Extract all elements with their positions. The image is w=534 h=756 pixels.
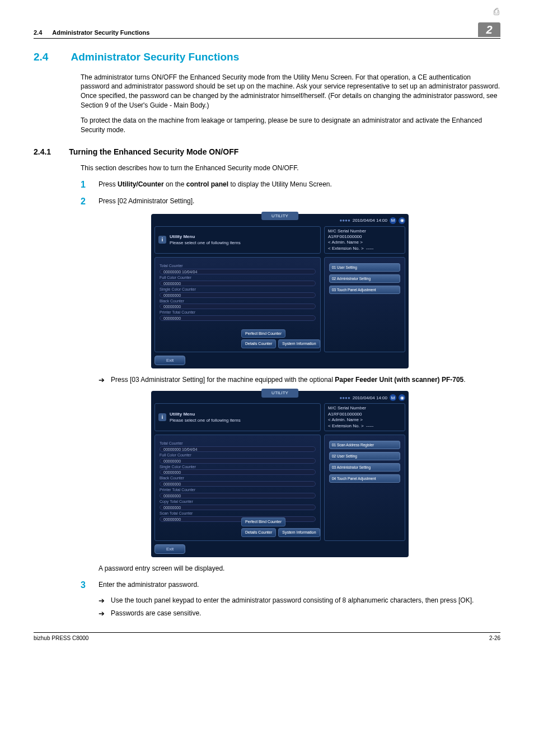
serial-label: M/C Serial Number [328, 228, 366, 234]
copy-total-value: 00000000 [160, 505, 316, 510]
full-color-label: Full Color Counter [160, 452, 316, 458]
details-counter-button[interactable]: Details Counter [241, 528, 276, 537]
total-counter-label: Total Counter [160, 263, 316, 269]
step-1-post: to display the Utility Menu Screen. [228, 180, 332, 188]
footer-left: bizhub PRESS C8000 [34, 634, 88, 642]
panel-time: 2010/04/04 14:00 [353, 217, 387, 223]
printer-total-value: 00000000 [160, 493, 316, 498]
ext-label: < Extension No. > [328, 246, 364, 251]
full-color-label: Full Color Counter [160, 275, 316, 281]
subsection-number: 2.4.1 [34, 147, 51, 156]
single-color-value: 00000000 [160, 469, 316, 475]
step-2-after-text: A password entry screen will be displaye… [99, 564, 500, 573]
black-counter-label: Black Counter [160, 475, 316, 481]
ext-value: ----- [366, 246, 373, 251]
touch-panel-adjustment-button[interactable]: 03 Touch Panel Adjustment [329, 286, 400, 294]
single-color-label: Single Color Counter [160, 464, 316, 470]
step-2-number: 2 [81, 195, 99, 208]
black-counter-label: Black Counter [160, 298, 316, 304]
step-1-number: 1 [81, 179, 99, 191]
time-dots-icon: ●●●● [339, 217, 350, 223]
full-color-value: 00000000 [160, 281, 316, 286]
step-2-note-pre: Press [03 Administrator Setting] for the… [111, 376, 335, 384]
panel-menu-subtitle: Please select one of following items [170, 240, 241, 246]
panel-menu-subtitle: Please select one of following items [170, 417, 241, 423]
chapter-number-badge: 2 [478, 22, 500, 37]
admin-name-field: < Admin. Name > [328, 417, 401, 423]
utility-screen-2: UTILITY ●●●● 2010/04/04 14:00 M ◉ i Util… [151, 391, 409, 557]
subsection-title-text: Turning the Enhanced Security Mode ON/OF… [69, 147, 238, 156]
step-3: 3 Enter the administrator password. [81, 579, 500, 591]
exit-button[interactable]: Exit [154, 356, 185, 365]
step-3-bullet-1: Use the touch panel keypad to enter the … [111, 596, 500, 606]
black-counter-value: 00000000 [160, 481, 316, 487]
header-section-title: Administrator Security Functions [52, 29, 149, 36]
printer-total-value: 00000000 [160, 315, 316, 321]
section-heading: 2.4Administrator Security Functions [34, 50, 500, 65]
step-1-mid: on the [164, 180, 186, 188]
single-color-label: Single Color Counter [160, 287, 316, 292]
section-para-1: The administrator turns ON/OFF the Enhan… [81, 73, 500, 110]
arrow-icon: ➔ [99, 596, 111, 606]
step-3-bullet-2: Passwords are case sensitive. [111, 609, 500, 619]
exit-button[interactable]: Exit [154, 544, 185, 554]
single-color-value: 00000000 [160, 292, 316, 298]
serial-label: M/C Serial Number [328, 405, 366, 410]
printer-total-label: Printer Total Counter [160, 487, 316, 493]
scan-address-register-button[interactable]: 01 Scan Address Register [329, 441, 400, 449]
total-counter-value: 00000000 10/04/04 [160, 269, 316, 274]
info-icon: i [158, 413, 166, 421]
step-2-text: Press [02 Administrator Setting]. [99, 195, 500, 208]
subsection-intro: This section describes how to turn the E… [81, 164, 500, 173]
panel-tab: UTILITY [261, 212, 298, 220]
user-setting-button[interactable]: 02 User Setting [329, 452, 400, 460]
user-setting-button[interactable]: 01 User Setting [329, 263, 400, 272]
full-color-value: 00000000 [160, 458, 316, 464]
footer-right: 2-26 [489, 634, 500, 642]
panel-time: 2010/04/04 14:00 [353, 395, 387, 401]
page-header: 2.4 Administrator Security Functions 2 [34, 22, 500, 39]
admin-name-field: < Admin. Name > [328, 240, 401, 245]
arrow-icon: ➔ [99, 609, 111, 619]
panel-menu-title: Utility Menu [170, 234, 241, 240]
step-1-text: Press Utility/Counter on the control pan… [99, 179, 500, 191]
serial-value: A1RF001000000 [328, 412, 362, 417]
administrator-setting-button[interactable]: 02 Administrator Setting [329, 274, 400, 283]
subsection-heading: 2.4.1Turning the Enhanced Security Mode … [34, 147, 500, 158]
total-counter-value: 00000000 10/04/04 [160, 446, 316, 452]
info-icon: i [158, 236, 166, 244]
ext-value: ----- [366, 423, 373, 428]
memory-icon: M [390, 217, 396, 224]
step-1-pre: Press [99, 180, 118, 188]
arrow-icon: ➔ [99, 375, 111, 385]
section-para-2: To protect the data on the machine from … [81, 116, 500, 135]
utility-screen-1: UTILITY ●●●● 2010/04/04 14:00 M ◉ i Util… [151, 214, 409, 369]
volume-icon: ◉ [399, 394, 405, 401]
time-dots-icon: ●●●● [339, 395, 350, 401]
black-counter-value: 00000000 [160, 304, 316, 309]
system-information-button[interactable]: System Information [278, 528, 320, 537]
perfect-bind-counter-button[interactable]: Perfect Bind Counter [241, 329, 285, 338]
perfect-bind-counter-button[interactable]: Perfect Bind Counter [241, 517, 285, 526]
volume-icon: ◉ [399, 217, 405, 224]
page-footer: bizhub PRESS C8000 2-26 [34, 632, 500, 642]
administrator-setting-button[interactable]: 03 Administrator Setting [329, 463, 400, 472]
step-2-note-post: . [463, 376, 465, 384]
touch-panel-adjustment-button[interactable]: 04 Touch Panel Adjustment [329, 474, 400, 483]
step-3-text: Enter the administrator password. [99, 579, 500, 591]
section-title-text: Administrator Security Functions [71, 51, 239, 63]
serial-value: A1RF001000000 [328, 234, 362, 239]
panel-menu-title: Utility Menu [170, 411, 241, 417]
total-counter-label: Total Counter [160, 441, 316, 446]
step-2: 2 Press [02 Administrator Setting]. [81, 195, 500, 208]
scan-total-label: Scan Total Counter [160, 511, 316, 516]
panel-tab: UTILITY [261, 389, 298, 397]
printer-icon: ⎙ [494, 6, 499, 18]
step-3-number: 3 [81, 579, 99, 591]
step-1-bold-2: control panel [186, 180, 228, 188]
details-counter-button[interactable]: Details Counter [241, 339, 276, 348]
section-number: 2.4 [34, 51, 48, 63]
step-2-note: Press [03 Administrator Setting] for the… [111, 375, 500, 385]
step-1-bold-1: Utility/Counter [118, 180, 164, 188]
system-information-button[interactable]: System Information [278, 339, 320, 348]
